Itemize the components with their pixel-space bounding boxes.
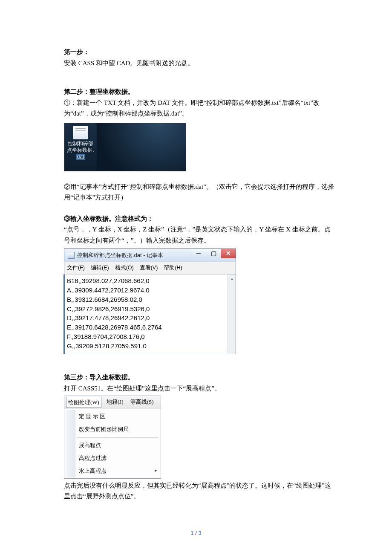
selection-stripe	[63, 275, 65, 354]
notepad-icon	[68, 252, 75, 259]
menu-contour[interactable]: 等高线(S)	[129, 397, 156, 408]
menu-item-change-scale[interactable]: 改变当前图形比例尺	[64, 423, 161, 436]
menu-cadastre[interactable]: 地籍(J)	[105, 397, 125, 408]
step3-p1: 打开 CASS51。在“绘图处理”这里点击一下“展高程点”。	[64, 383, 337, 394]
desktop-background	[97, 123, 186, 171]
step1-body: 安装 CASS 和中望 CAD。见随书附送的光盘。	[64, 58, 337, 69]
step1-title: 第一步：	[64, 47, 337, 58]
notepad-body[interactable]: B18,,39298.027,27068.662,0 A,,39309.4472…	[64, 274, 236, 354]
desktop-file-icon[interactable]: 控制和碎部 点坐标数据. dat	[64, 123, 97, 171]
desktop-thumbnail: 控制和碎部 点坐标数据. dat	[64, 123, 186, 171]
menu-file[interactable]: 文件(F)	[67, 263, 85, 272]
notepad-menu-bar: 文件(F) 编辑(E) 格式(O) 查看(V) 帮助(H)	[64, 262, 236, 274]
step2-p2: ②用“记事本”方式打开“控制和碎部点坐标数据.dat”。（双击它，它会提示选择打…	[64, 182, 337, 203]
page-footer: 1 / 3	[0, 529, 392, 538]
scrollbar-vertical[interactable]	[228, 275, 236, 354]
close-button[interactable]: ✕	[221, 249, 236, 258]
menu-edit[interactable]: 编辑(E)	[91, 263, 109, 272]
step2-p1: ①：新建一个 TXT 文档，并改为 DAT 文件。即把“控制和碎部点坐标数据.t…	[64, 98, 337, 119]
notepad-title-text: 控制和碎部点坐标数据.dat - 记事本	[77, 251, 163, 260]
notepad-window: 控制和碎部点坐标数据.dat - 记事本 ─ ▢ ✕ 文件(F) 编辑(E) 格…	[64, 249, 236, 354]
menu-help[interactable]: 帮助(H)	[164, 263, 182, 272]
file-label: 控制和碎部 点坐标数据. dat	[67, 141, 94, 161]
notepad-titlebar: 控制和碎部点坐标数据.dat - 记事本 ─ ▢ ✕	[64, 249, 236, 262]
menu-view[interactable]: 查看(V)	[140, 263, 158, 272]
step3-p2: 点击完后没有什么明显反应，但其实已经转化为“展高程点”的状态了。这时候，在“绘图…	[64, 480, 337, 502]
menu-item-show-elevation[interactable]: 展高程点	[64, 439, 161, 452]
step2-p3-title: ③输入坐标数据。注意格式为：	[64, 214, 337, 225]
cass-menu-dropdown: 定 显 示 区 改变当前图形比例尺 展高程点 高程点过滤 水上高程点	[64, 409, 161, 478]
file-icon	[73, 126, 88, 139]
step3-title: 第三步：导入坐标数据。	[64, 372, 337, 383]
menu-format[interactable]: 格式(O)	[115, 263, 134, 272]
notepad-text[interactable]: B18,,39298.027,27068.662,0 A,,39309.4472…	[67, 276, 233, 350]
cass-menu: 绘图处理(W) 地籍(J) 等高线(S) 定 显 示 区 改变当前图形比例尺 展…	[64, 396, 161, 479]
step2-p3-body: “点号，，Y 坐标，X 坐标，Z 坐标”（注意“，”是英文状态下输入的，Y 坐标…	[64, 224, 337, 246]
step2-title: 第二步：整理坐标数据。	[64, 87, 337, 98]
menu-item-water-elevation[interactable]: 水上高程点	[64, 465, 161, 477]
menu-drawprocess[interactable]: 绘图处理(W)	[66, 397, 101, 408]
menu-separator	[77, 437, 158, 438]
minimize-button[interactable]: ─	[191, 249, 206, 258]
cass-menu-bar: 绘图处理(W) 地籍(J) 等高线(S)	[64, 396, 161, 409]
maximize-button[interactable]: ▢	[206, 249, 221, 258]
menu-item-filter-elevation[interactable]: 高程点过滤	[64, 452, 161, 465]
menu-item-display-area[interactable]: 定 显 示 区	[64, 410, 161, 423]
